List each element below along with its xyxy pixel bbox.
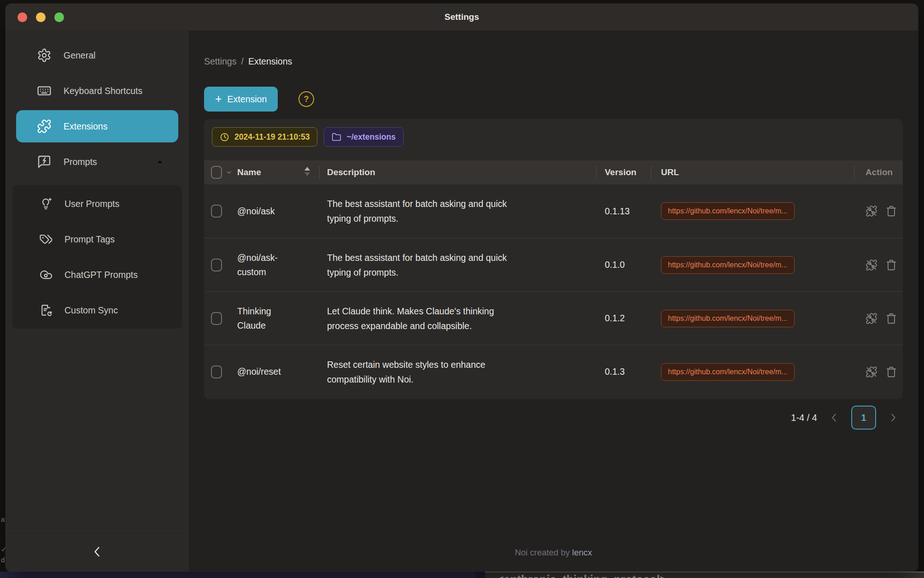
sort-icon[interactable] <box>304 167 310 176</box>
sidebar-item-label: Keyboard Shortcuts <box>64 86 142 96</box>
row-checkbox[interactable] <box>211 366 222 378</box>
sidebar-item-label: Extensions <box>64 121 107 132</box>
footer-text: Noi created by <box>515 548 572 557</box>
sidebar-item-label: User Prompts <box>64 199 119 209</box>
disable-extension-icon[interactable] <box>866 366 877 378</box>
extension-version: 0.1.13 <box>596 206 651 217</box>
trash-icon[interactable] <box>885 313 897 324</box>
pagination: 1-4 / 4 1 <box>791 406 898 430</box>
question-mark-icon: ? <box>304 94 309 104</box>
extension-description: Let Claude think. Makes Claude's thinkin… <box>327 304 526 333</box>
trash-icon[interactable] <box>885 366 897 378</box>
extension-name: @noi/ask <box>237 204 292 218</box>
column-header-name[interactable]: Name <box>237 160 319 184</box>
breadcrumb-parent[interactable]: Settings <box>204 56 236 66</box>
sidebar-item-custom-sync[interactable]: Custom Sync <box>16 294 178 326</box>
extension-name: @noi/ask-custom <box>237 251 292 279</box>
extension-url-link[interactable]: https://github.com/lencx/Noi/tree/m... <box>661 256 795 274</box>
column-header-url: URL <box>651 160 854 184</box>
lightbulb-sparkle-icon <box>39 197 53 211</box>
sidebar-item-label: Prompts <box>64 157 97 167</box>
help-button[interactable]: ? <box>298 91 314 107</box>
zoom-button[interactable] <box>54 12 64 22</box>
cloud-icon <box>39 268 53 282</box>
previous-page-icon[interactable] <box>829 413 839 423</box>
keyboard-icon <box>37 83 52 98</box>
background-window-strip <box>0 572 484 578</box>
app-footer: Noi created by lencx <box>189 548 918 558</box>
add-extension-label: Extension <box>228 94 267 105</box>
column-header-action: Action <box>854 160 903 184</box>
background-code-window: <anthropic_thinking_protocol> <box>485 572 924 578</box>
disable-extension-icon[interactable] <box>866 205 877 217</box>
page-1-button[interactable]: 1 <box>851 406 876 430</box>
gear-icon <box>37 48 52 63</box>
disable-extension-icon[interactable] <box>866 259 877 271</box>
tags-icon <box>39 232 53 246</box>
column-header-label: URL <box>661 167 679 177</box>
extension-version: 0.1.2 <box>596 313 651 324</box>
sidebar-item-prompts[interactable]: Prompts <box>16 146 178 178</box>
sidebar: General Keyboard Shortcuts Extensions Pr… <box>6 30 189 572</box>
select-all-checkbox[interactable] <box>211 166 222 179</box>
titlebar: Settings <box>6 4 918 30</box>
file-sync-icon <box>39 303 53 317</box>
timestamp-badge: 2024-11-19 21:10:53 <box>212 127 317 147</box>
chevron-down-icon[interactable] <box>225 169 233 176</box>
next-page-icon[interactable] <box>888 413 898 423</box>
minimize-button[interactable] <box>36 12 46 22</box>
extension-url-link[interactable]: https://github.com/lencx/Noi/tree/m... <box>661 363 795 381</box>
column-header-label: Version <box>605 167 637 177</box>
column-header-version: Version <box>596 160 651 184</box>
chevron-up-icon <box>155 157 164 166</box>
extension-url-link[interactable]: https://github.com/lencx/Noi/tree/m... <box>661 310 795 327</box>
extension-url-link[interactable]: https://github.com/lencx/Noi/tree/m... <box>661 202 795 220</box>
sidebar-item-label: ChatGPT Prompts <box>64 270 138 280</box>
sidebar-item-extensions[interactable]: Extensions <box>16 110 178 142</box>
extension-description: Reset certain website styles to enhance … <box>327 357 526 387</box>
extension-name: @noi/reset <box>237 365 292 379</box>
row-checkbox[interactable] <box>211 259 222 271</box>
row-checkbox[interactable] <box>211 205 222 218</box>
collapse-sidebar-button[interactable] <box>91 545 104 558</box>
extensions-folder-badge[interactable]: ~/extensions <box>324 127 404 147</box>
folder-icon <box>332 132 341 142</box>
extension-name: Thinking Claude <box>237 304 292 333</box>
footer-author-link[interactable]: lencx <box>572 548 592 557</box>
extension-version: 0.1.3 <box>596 366 651 377</box>
breadcrumb-current: Extensions <box>248 56 292 66</box>
add-extension-button[interactable]: + Extension <box>204 87 278 112</box>
table-row: Thinking Claude Let Claude think. Makes … <box>204 291 903 345</box>
extension-description: The best assistant for batch asking and … <box>327 250 526 280</box>
trash-icon[interactable] <box>885 205 897 217</box>
column-header-label: Action <box>866 167 893 177</box>
column-header-label: Name <box>237 167 261 177</box>
row-checkbox[interactable] <box>211 312 222 325</box>
sidebar-item-user-prompts[interactable]: User Prompts <box>16 188 178 220</box>
close-button[interactable] <box>18 12 27 22</box>
breadcrumb-separator: / <box>241 56 243 66</box>
main-content: Settings/Extensions + Extension ? 2024-1… <box>189 30 918 572</box>
plus-icon: + <box>215 93 222 105</box>
sidebar-item-label: Prompt Tags <box>64 234 115 245</box>
breadcrumb: Settings/Extensions <box>204 56 292 67</box>
sidebar-item-label: General <box>64 50 95 61</box>
sidebar-item-label: Custom Sync <box>64 305 118 316</box>
sidebar-item-chatgpt-prompts[interactable]: ChatGPT Prompts <box>16 259 178 291</box>
settings-window: Settings General Keyboard Shortcuts Ext <box>6 4 918 572</box>
table-row: @noi/ask-custom The best assistant for b… <box>204 238 903 291</box>
extension-description: The best assistant for batch asking and … <box>327 196 526 226</box>
background-text-fragment: a <box>1 515 5 523</box>
background-window-strip <box>475 572 485 578</box>
column-header-label: Description <box>327 167 375 177</box>
table-row: @noi/reset Reset certain website styles … <box>204 345 903 398</box>
column-header-description: Description <box>319 160 596 184</box>
trash-icon[interactable] <box>885 259 897 271</box>
sidebar-footer <box>6 531 189 572</box>
sidebar-item-general[interactable]: General <box>16 39 178 71</box>
sidebar-item-keyboard-shortcuts[interactable]: Keyboard Shortcuts <box>16 75 178 107</box>
sidebar-item-prompt-tags[interactable]: Prompt Tags <box>16 223 178 255</box>
table-header-row: Name Description Version URL Action <box>204 160 903 184</box>
extensions-table: Name Description Version URL Action <box>204 160 903 398</box>
disable-extension-icon[interactable] <box>866 313 877 324</box>
